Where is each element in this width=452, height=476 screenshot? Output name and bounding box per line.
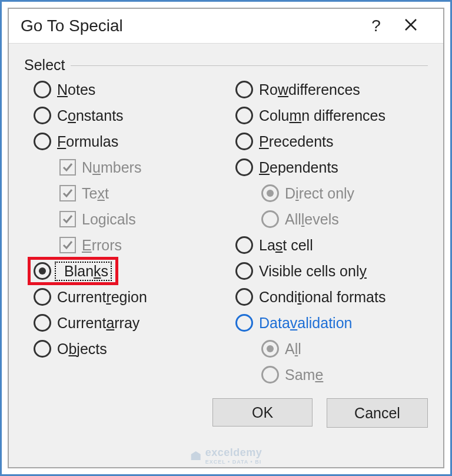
radio-direct <box>261 184 279 202</box>
checkbox-errors <box>59 237 76 253</box>
dialog-body: Select NotesConstantsFormulasNumbersText… <box>9 44 443 388</box>
checkbox-numbers <box>59 159 76 176</box>
option-preced[interactable]: Precedents <box>226 128 428 154</box>
option-objects[interactable]: Objects <box>24 336 226 362</box>
label-region: Current region <box>57 289 147 306</box>
close-button[interactable] <box>390 18 431 34</box>
label-datavald: Data validation <box>259 315 352 332</box>
option-same: Same <box>226 362 428 388</box>
label-alllev: All levels <box>285 211 339 228</box>
radio-same <box>261 366 279 384</box>
label-direct: Direct only <box>285 185 354 202</box>
option-array[interactable]: Current array <box>24 310 226 336</box>
radio-condfmt[interactable] <box>235 288 253 306</box>
option-numbers: Numbers <box>24 154 226 180</box>
label-array: Current array <box>57 315 139 332</box>
cancel-button-label: Cancel <box>354 405 400 422</box>
label-preced: Precedents <box>259 133 333 150</box>
option-all: All <box>226 336 428 362</box>
label-numbers: Numbers <box>82 159 141 176</box>
label-coldiff: Column differences <box>259 107 385 124</box>
dialog-title: Go To Special <box>21 16 362 35</box>
radio-region[interactable] <box>34 288 51 306</box>
option-lastcell[interactable]: Last cell <box>226 232 428 258</box>
radio-array[interactable] <box>34 314 51 332</box>
radio-constants[interactable] <box>34 107 51 124</box>
screenshot-frame: Go To Special ? Select NotesConstantsFor… <box>0 0 452 476</box>
focus-rect: Blanks <box>55 262 112 281</box>
label-errors: Errors <box>82 237 122 254</box>
radio-formulas[interactable] <box>34 133 51 150</box>
label-visible: Visible cells only <box>259 263 367 280</box>
label-notes: Notes <box>57 81 95 98</box>
checkbox-logicals <box>59 211 76 227</box>
option-errors: Errors <box>24 232 226 258</box>
ok-button[interactable]: OK <box>212 398 313 427</box>
option-constants[interactable]: Constants <box>24 103 226 128</box>
radio-all <box>261 340 279 358</box>
radio-visible[interactable] <box>235 262 253 280</box>
option-rowdiff[interactable]: Row differences <box>226 77 428 103</box>
option-text: Text <box>24 180 226 206</box>
option-formulas[interactable]: Formulas <box>24 128 226 154</box>
option-visible[interactable]: Visible cells only <box>226 258 428 284</box>
close-icon <box>404 18 417 31</box>
label-same: Same <box>285 366 323 384</box>
option-logicals: Logicals <box>24 206 226 232</box>
option-notes[interactable]: Notes <box>24 77 226 103</box>
option-condfmt[interactable]: Conditional formats <box>226 284 428 310</box>
radio-blanks[interactable] <box>34 262 51 280</box>
cancel-button[interactable]: Cancel <box>327 398 428 428</box>
dialog-button-row: OK Cancel <box>9 388 443 428</box>
radio-lastcell[interactable] <box>235 236 253 254</box>
option-depend[interactable]: Dependents <box>226 154 428 180</box>
option-blanks[interactable]: Blanks <box>24 258 226 284</box>
option-direct: Direct only <box>226 180 428 206</box>
radio-depend[interactable] <box>235 158 253 176</box>
help-button[interactable]: ? <box>362 16 390 35</box>
label-depend: Dependents <box>259 159 338 176</box>
label-formulas: Formulas <box>57 133 118 150</box>
label-lastcell: Last cell <box>259 237 313 254</box>
option-region[interactable]: Current region <box>24 284 226 310</box>
options-right-column: Row differencesColumn differencesPrecede… <box>226 77 428 388</box>
label-objects: Objects <box>57 341 107 358</box>
ok-button-label: OK <box>252 404 273 421</box>
radio-notes[interactable] <box>34 81 51 98</box>
radio-preced[interactable] <box>235 133 253 150</box>
dialog-titlebar: Go To Special ? <box>9 9 443 44</box>
radio-coldiff[interactable] <box>235 107 253 124</box>
label-constants: Constants <box>57 107 124 124</box>
options-left-column: NotesConstantsFormulasNumbersTextLogical… <box>24 77 226 388</box>
option-datavald[interactable]: Data validation <box>226 310 428 336</box>
label-blanks: Blanks <box>64 263 108 280</box>
radio-rowdiff[interactable] <box>235 81 253 98</box>
option-coldiff[interactable]: Column differences <box>226 103 428 128</box>
label-all: All <box>285 341 301 358</box>
go-to-special-dialog: Go To Special ? Select NotesConstantsFor… <box>8 8 444 468</box>
group-separator <box>24 65 428 66</box>
option-alllev: All levels <box>226 206 428 232</box>
group-label: Select <box>24 57 71 74</box>
radio-datavald[interactable] <box>235 314 253 332</box>
checkbox-text <box>59 185 76 201</box>
label-text: Text <box>82 185 109 202</box>
radio-alllev <box>261 210 279 228</box>
label-logicals: Logicals <box>82 211 136 228</box>
radio-objects[interactable] <box>34 340 51 358</box>
label-rowdiff: Row differences <box>259 81 360 98</box>
label-condfmt: Conditional formats <box>259 289 385 306</box>
options-columns: NotesConstantsFormulasNumbersTextLogical… <box>24 77 428 388</box>
